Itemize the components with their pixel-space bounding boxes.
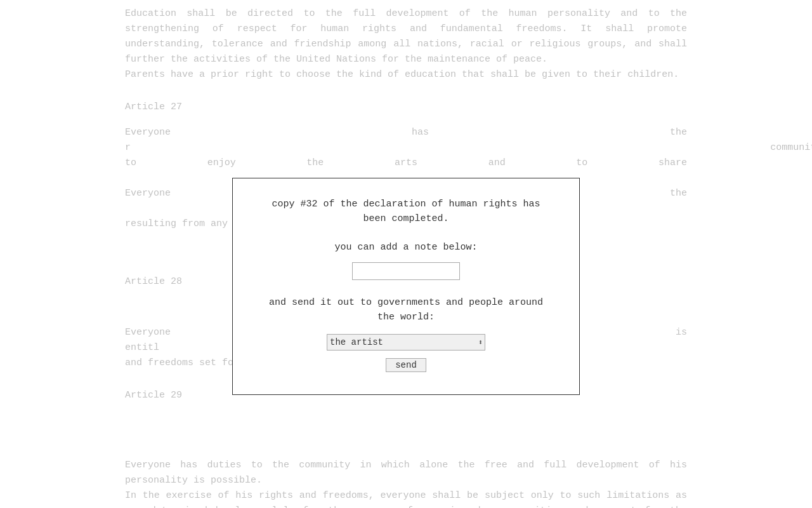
modal-title-line2: been completed. xyxy=(363,213,449,224)
top-paragraph: Education shall be directed to the full … xyxy=(125,0,687,83)
modal-send-text: and send it out to governments and peopl… xyxy=(258,296,554,324)
recipient-select[interactable]: the artist governments people xyxy=(327,334,485,351)
modal-title-line1: copy #32 of the declaration of human rig… xyxy=(272,199,540,210)
modal-title: copy #32 of the declaration of human rig… xyxy=(258,197,554,226)
article-29-body: Everyone has duties to the community in … xyxy=(125,458,687,508)
article-27-title: Article 27 xyxy=(125,102,687,112)
modal-note-input[interactable] xyxy=(352,262,460,280)
select-wrapper: the artist governments people ⬍ xyxy=(327,334,485,351)
modal-send-line2: the world: xyxy=(377,312,435,323)
send-button[interactable]: send xyxy=(386,358,426,372)
article-29-section: Article 29 Everyone has duties to the co… xyxy=(125,390,687,508)
spacer-3 xyxy=(125,413,687,439)
send-button-container: send xyxy=(258,358,554,372)
modal-select-container: the artist governments people ⬍ xyxy=(258,334,554,351)
page-content: Education shall be directed to the full … xyxy=(0,0,812,508)
modal-send-line1: and send it out to governments and peopl… xyxy=(269,297,543,308)
article-27-section: Article 27 copy #32 of the declaration o… xyxy=(125,102,687,232)
modal-subtitle-text: you can add a note below: xyxy=(334,242,477,253)
top-paragraph-text: Education shall be directed to the full … xyxy=(125,8,687,80)
modal-subtitle: you can add a note below: xyxy=(258,242,554,253)
modal-dialog: copy #32 of the declaration of human rig… xyxy=(232,178,580,395)
